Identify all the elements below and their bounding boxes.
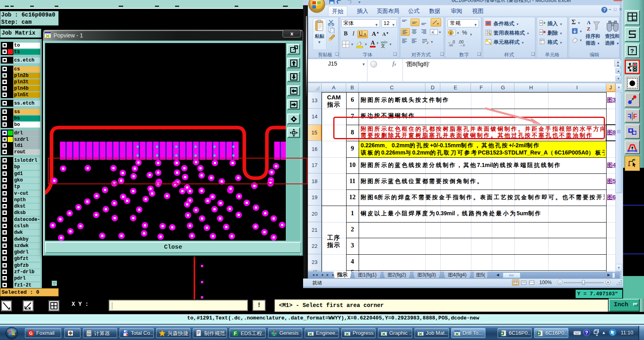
- svg-text:→.0: →.0: [459, 43, 465, 47]
- svg-text:%: %: [462, 29, 467, 36]
- svg-text:F: F: [633, 113, 637, 120]
- svg-text:▼: ▼: [389, 43, 392, 46]
- svg-text:▼: ▼: [579, 30, 582, 33]
- svg-text:?: ?: [630, 47, 634, 54]
- svg-text:▼: ▼: [438, 31, 442, 34]
- svg-text:文: 文: [381, 43, 385, 48]
- svg-text:▼: ▼: [430, 40, 433, 44]
- svg-text:a: a: [431, 30, 433, 34]
- svg-text:▼: ▼: [364, 43, 367, 46]
- svg-text:▼: ▼: [436, 22, 440, 26]
- svg-text:G: G: [29, 331, 33, 336]
- svg-text:F: F: [627, 113, 632, 120]
- svg-text:.00: .00: [448, 43, 453, 47]
- svg-text:Z: Z: [587, 26, 590, 32]
- svg-text:A: A: [587, 19, 591, 25]
- svg-text:,: ,: [470, 29, 472, 36]
- svg-text:$: $: [450, 31, 452, 35]
- svg-text:▼: ▼: [579, 39, 582, 42]
- svg-text:▼: ▼: [351, 43, 354, 46]
- svg-text:xy: xy: [633, 18, 636, 21]
- svg-text:▼: ▼: [456, 31, 460, 35]
- svg-text:F: F: [234, 331, 237, 336]
